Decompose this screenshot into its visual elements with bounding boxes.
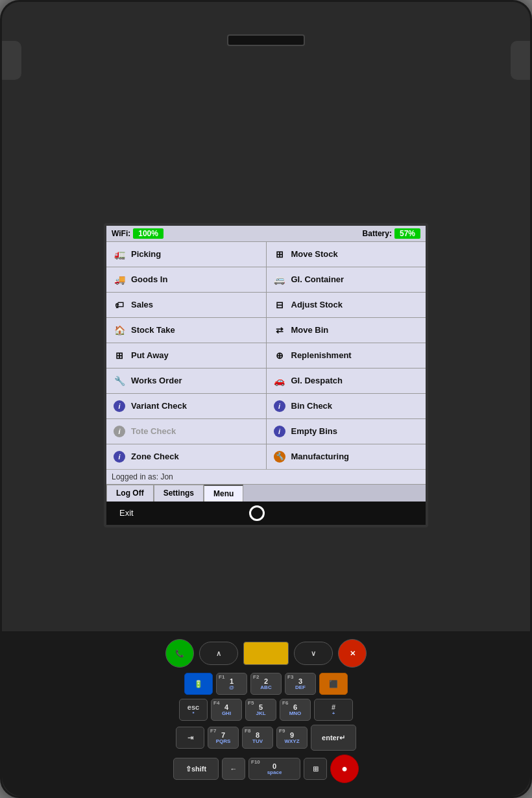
- tote-check-icon: i: [112, 425, 127, 438]
- picking-label: Picking: [131, 249, 161, 259]
- menu-item-adjust-stock[interactable]: ⊟ Adjust Stock: [267, 293, 426, 317]
- bottom-nav: Log Off Settings Menu: [106, 484, 426, 502]
- yellow-button[interactable]: [243, 642, 289, 665]
- wifi-value: 100%: [133, 228, 163, 239]
- menu-item-empty-bins[interactable]: i Empty Bins: [267, 419, 426, 444]
- menu-item-gi-container[interactable]: 🚐 GI. Container: [267, 267, 426, 292]
- zone-check-label: Zone Check: [131, 452, 179, 461]
- key-orange-r1[interactable]: ⬛: [319, 673, 348, 695]
- menu-item-picking[interactable]: 🚛 Picking: [106, 242, 266, 267]
- key-f2-2[interactable]: F2 2 ABC: [250, 673, 282, 695]
- key-enter[interactable]: enter↵: [311, 725, 356, 751]
- key-f5-5[interactable]: F5 5 JKL: [245, 699, 276, 721]
- goods-in-icon: 🚚: [112, 273, 127, 286]
- key-tab[interactable]: ⇥: [176, 727, 204, 749]
- bin-check-label: Bin Check: [291, 401, 333, 411]
- screen-container: WiFi: 100% Battery: 57% 🚛 Picking: [104, 223, 428, 527]
- key-f9-9[interactable]: F9 9 WXYZ: [276, 727, 308, 749]
- key-f7-7[interactable]: F7 7 PQRS: [208, 727, 239, 749]
- menu-item-put-away[interactable]: ⊞ Put Away: [106, 343, 266, 368]
- key-f6-6[interactable]: F6 6 MNO: [280, 699, 311, 721]
- move-stock-icon: ⊞: [272, 248, 287, 261]
- exit-circle-button[interactable]: [249, 505, 265, 521]
- end-button[interactable]: ✕: [338, 639, 367, 668]
- kb-row-4: ⇧shift ← F10 0 space ⊞ ●: [15, 755, 517, 783]
- menu-item-move-bin[interactable]: ⇄ Move Bin: [267, 318, 426, 343]
- battery-label: Battery:: [363, 229, 392, 238]
- menu-item-bin-check[interactable]: i Bin Check: [267, 394, 426, 418]
- key-shift[interactable]: ⇧shift: [173, 758, 219, 780]
- manufacturing-icon: 🔧: [272, 450, 287, 463]
- menu-item-move-stock[interactable]: ⊞ Move Stock: [267, 242, 426, 267]
- key-esc[interactable]: esc*: [179, 699, 208, 721]
- menu-item-tote-check[interactable]: i Tote Check: [106, 419, 266, 444]
- key-win[interactable]: ⊞: [304, 758, 327, 780]
- key-f4-4[interactable]: F4 4 GHI: [211, 699, 242, 721]
- goods-in-label: Goods In: [131, 274, 167, 284]
- menu-item-stock-take[interactable]: 🏠 Stock Take: [106, 318, 266, 343]
- picking-icon: 🚛: [112, 248, 127, 261]
- screen-area: WiFi: 100% Battery: 57% 🚛 Picking: [2, 119, 530, 631]
- gi-container-icon: 🚐: [272, 273, 287, 286]
- gi-despatch-label: GI. Despatch: [291, 376, 343, 385]
- works-order-label: Works Order: [131, 376, 182, 385]
- kb-top-row: 📞 ∧ ∨ ✕: [15, 639, 517, 668]
- exit-label[interactable]: Exit: [119, 508, 134, 518]
- empty-bins-icon: i: [272, 425, 287, 438]
- works-order-icon: 🔧: [112, 374, 127, 387]
- menu-item-replenishment[interactable]: ⊕ Replenishment: [267, 343, 426, 368]
- handheld-device: WiFi: 100% Battery: 57% 🚛 Picking: [0, 0, 532, 798]
- key-f3-3[interactable]: F3 3 DEF: [285, 673, 316, 695]
- gi-container-label: GI. Container: [291, 274, 345, 284]
- device-top: [2, 2, 530, 119]
- replenishment-label: Replenishment: [291, 350, 352, 360]
- key-hash[interactable]: #+: [314, 699, 353, 721]
- sales-icon: 🏷: [112, 298, 127, 311]
- variant-check-label: Variant Check: [131, 401, 187, 411]
- wifi-label: WiFi:: [112, 229, 130, 238]
- logoff-button[interactable]: Log Off: [106, 485, 154, 502]
- menu-item-works-order[interactable]: 🔧 Works Order: [106, 369, 266, 393]
- menu-item-sales[interactable]: 🏷 Sales: [106, 293, 266, 317]
- menu-item-zone-check[interactable]: i Zone Check: [106, 444, 266, 469]
- key-left[interactable]: ←: [222, 758, 245, 780]
- key-f1-1[interactable]: F1 1 @: [216, 673, 247, 695]
- menu-item-goods-in[interactable]: 🚚 Goods In: [106, 267, 266, 292]
- barcode-scanner: [227, 34, 305, 46]
- key-red[interactable]: ●: [330, 755, 359, 783]
- empty-bins-label: Empty Bins: [291, 426, 338, 436]
- move-bin-label: Move Bin: [291, 325, 329, 335]
- battery-status: Battery: 57%: [363, 228, 420, 239]
- battery-value: 57%: [394, 228, 420, 239]
- variant-check-icon: i: [112, 400, 127, 413]
- move-bin-icon: ⇄: [272, 324, 287, 337]
- key-f10-0[interactable]: F10 0 space: [248, 758, 300, 780]
- gi-despatch-icon: 🚗: [272, 374, 287, 387]
- settings-button[interactable]: Settings: [154, 485, 204, 502]
- replenishment-icon: ⊕: [272, 349, 287, 362]
- key-f8-8[interactable]: F8 8 TUV: [242, 727, 273, 749]
- manufacturing-label: Manufacturing: [291, 452, 350, 461]
- stock-take-icon: 🏠: [112, 324, 127, 337]
- up-button[interactable]: ∧: [199, 642, 238, 665]
- menu-button[interactable]: Menu: [204, 485, 243, 502]
- right-grip: [511, 41, 530, 80]
- put-away-icon: ⊞: [112, 349, 127, 362]
- menu-item-variant-check[interactable]: i Variant Check: [106, 394, 266, 418]
- status-footer: Logged in as: Jon: [106, 469, 426, 484]
- exit-bar: Exit: [106, 502, 426, 525]
- kb-rows: 🔋 F1 1 @ F2 2 ABC F3 3 DEF ⬛: [15, 673, 517, 783]
- menu-grid: 🚛 Picking ⊞ Move Stock 🚚 Goods In 🚐: [106, 241, 426, 469]
- wifi-status: WiFi: 100%: [112, 228, 163, 239]
- logged-in-status: Logged in as: Jon: [112, 472, 173, 481]
- down-button[interactable]: ∨: [294, 642, 333, 665]
- key-bat[interactable]: 🔋: [184, 673, 213, 695]
- screen: WiFi: 100% Battery: 57% 🚛 Picking: [106, 226, 426, 525]
- call-button[interactable]: 📞: [165, 639, 194, 668]
- menu-item-gi-despatch[interactable]: 🚗 GI. Despatch: [267, 369, 426, 393]
- adjust-stock-icon: ⊟: [272, 298, 287, 311]
- kb-row-2: esc* F4 4 GHI F5 5 JKL F6 6 MNO #+: [15, 699, 517, 721]
- sales-label: Sales: [131, 300, 153, 309]
- menu-item-manufacturing[interactable]: 🔧 Manufacturing: [267, 444, 426, 469]
- move-stock-label: Move Stock: [291, 249, 338, 259]
